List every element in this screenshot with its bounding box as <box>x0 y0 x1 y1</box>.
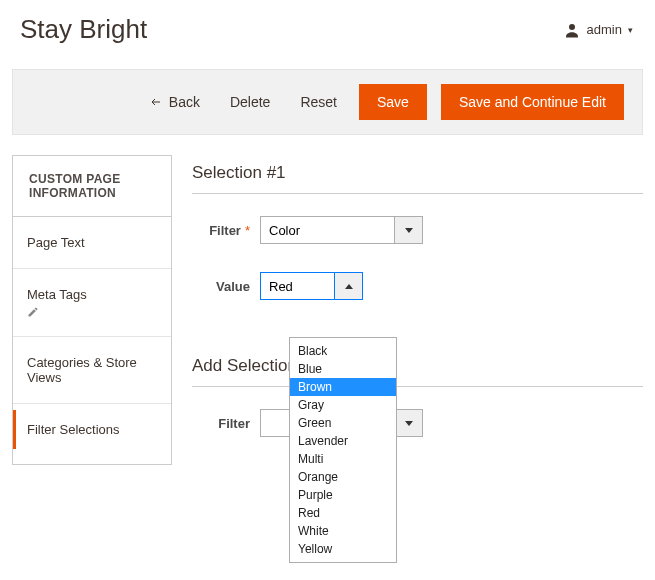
selection-1-title: Selection #1 <box>192 163 643 194</box>
filter2-dropdown-toggle[interactable] <box>395 409 423 437</box>
dropdown-option[interactable]: Purple <box>290 486 396 504</box>
page-title: Stay Bright <box>20 14 147 45</box>
main-panel: Selection #1 Filter* Value Add Selection… <box>192 155 643 465</box>
username-label: admin <box>587 22 622 37</box>
add-selection-title: Add Selection <box>192 356 643 387</box>
dropdown-option[interactable]: Multi <box>290 450 396 468</box>
caret-down-icon: ▾ <box>628 25 633 35</box>
sidebar-title: CUSTOM PAGE INFORMATION <box>13 156 171 217</box>
sidebar-item-label: Page Text <box>27 235 157 250</box>
dropdown-option[interactable]: Yellow <box>290 540 396 558</box>
delete-button[interactable]: Delete <box>222 88 278 116</box>
save-button[interactable]: Save <box>359 84 427 120</box>
pencil-icon <box>27 306 39 318</box>
action-bar: Back Delete Reset Save Save and Continue… <box>12 69 643 135</box>
value-label: Value <box>192 279 260 294</box>
back-button[interactable]: Back <box>141 88 208 116</box>
value-dropdown-list[interactable]: BlackBlueBrownGrayGreenLavenderMultiOran… <box>289 337 397 563</box>
reset-button[interactable]: Reset <box>292 88 345 116</box>
dropdown-option[interactable]: Brown <box>290 378 396 396</box>
sidebar-item-label: Categories & Store Views <box>27 355 157 385</box>
dropdown-option[interactable]: Blue <box>290 360 396 378</box>
sidebar-item-label: Filter Selections <box>27 422 157 437</box>
chevron-down-icon <box>405 421 413 426</box>
chevron-up-icon <box>345 284 353 289</box>
filter-input[interactable] <box>260 216 395 244</box>
sidebar-item-filter-selections[interactable]: Filter Selections <box>13 404 171 455</box>
filter-label: Filter* <box>192 223 260 238</box>
sidebar-item-label: Meta Tags <box>27 287 157 302</box>
sidebar-item-meta-tags[interactable]: Meta Tags <box>13 269 171 337</box>
filter-dropdown-toggle[interactable] <box>395 216 423 244</box>
dropdown-option[interactable]: Black <box>290 342 396 360</box>
value-dropdown-toggle[interactable] <box>335 272 363 300</box>
dropdown-option[interactable]: Red <box>290 504 396 522</box>
sidebar-item-page-text[interactable]: Page Text <box>13 217 171 269</box>
back-label: Back <box>169 94 200 110</box>
filter-combo[interactable] <box>260 216 423 244</box>
chevron-down-icon <box>405 228 413 233</box>
dropdown-option[interactable]: White <box>290 522 396 540</box>
sidebar: CUSTOM PAGE INFORMATION Page Text Meta T… <box>12 155 172 465</box>
value-input[interactable] <box>260 272 335 300</box>
dropdown-option[interactable]: Green <box>290 414 396 432</box>
dropdown-option[interactable]: Orange <box>290 468 396 486</box>
sidebar-item-categories[interactable]: Categories & Store Views <box>13 337 171 404</box>
svg-point-2 <box>569 24 575 30</box>
dropdown-option[interactable]: Gray <box>290 396 396 414</box>
dropdown-option[interactable]: Lavender <box>290 432 396 450</box>
value-combo[interactable] <box>260 272 363 300</box>
user-menu[interactable]: admin ▾ <box>563 21 633 39</box>
save-continue-button[interactable]: Save and Continue Edit <box>441 84 624 120</box>
filter2-label: Filter <box>192 416 260 431</box>
